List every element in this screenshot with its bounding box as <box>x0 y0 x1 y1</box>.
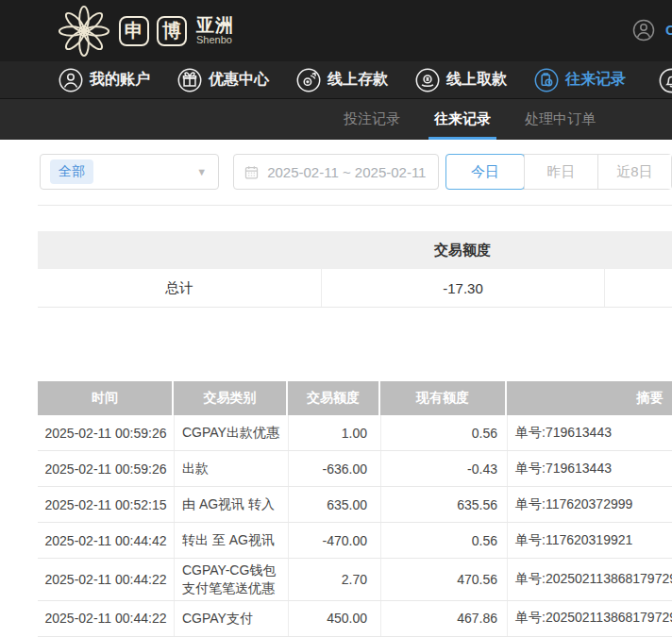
table-row: 2025-02-11 00:44:22 CGPAY-CG钱包支付笔笔送优惠 2.… <box>38 559 672 601</box>
cell-time: 2025-02-11 00:59:26 <box>38 451 174 486</box>
table-row: 2025-02-11 00:52:15 由 AG视讯 转入 635.00 635… <box>38 487 672 523</box>
yesterday-button[interactable]: 昨日 <box>524 155 597 189</box>
table-row: 2025-02-11 00:59:26 CGPAY出款优惠 1.00 0.56 … <box>38 415 672 451</box>
tab-transaction-records[interactable]: 往来记录 <box>434 99 491 140</box>
cell-type: CGPAY支付 <box>174 601 288 636</box>
nav-item-deposit[interactable]: 线上存款 <box>296 68 388 92</box>
col-header-time: 时间 <box>38 381 174 415</box>
date-range-value: 2025-02-11 ~ 2025-02-11 <box>267 164 426 180</box>
top-header: 申 博 亚洲 Shenbo C <box>0 0 672 61</box>
notification-bell-icon[interactable] <box>659 68 672 93</box>
summary-header-row: 交易额度 <box>38 231 672 269</box>
col-header-memo: 摘要 <box>507 381 672 415</box>
cell-balance: 467.86 <box>380 601 507 636</box>
cell-memo: 单号:202502113868179729 <box>507 559 672 600</box>
date-range-input[interactable]: 2025-02-11 ~ 2025-02-11 <box>233 154 439 190</box>
cell-time: 2025-02-11 00:44:22 <box>38 559 174 600</box>
chevron-down-icon: ▼ <box>196 166 207 177</box>
table-row: 2025-02-11 00:59:26 出款 -636.00 -0.43 单号:… <box>38 451 672 487</box>
cell-balance: 635.56 <box>380 487 507 522</box>
gift-icon <box>177 68 202 92</box>
brand-region: 亚洲 <box>196 16 234 35</box>
cell-time: 2025-02-11 00:44:42 <box>38 523 174 558</box>
nav-item-my-account[interactable]: 我的账户 <box>59 68 150 92</box>
today-button[interactable]: 今日 <box>445 154 525 190</box>
col-header-amount: 交易额度 <box>288 381 380 415</box>
cell-balance: 470.56 <box>380 559 507 600</box>
divider <box>38 205 672 206</box>
cell-time: 2025-02-11 00:59:26 <box>38 415 174 450</box>
nav-label: 线上取款 <box>446 70 507 90</box>
table-row: 2025-02-11 00:44:42 转出 至 AG视讯 -470.00 0.… <box>38 523 672 559</box>
summary-total-row: 总计 -17.30 <box>38 269 672 308</box>
cell-type: 由 AG视讯 转入 <box>174 487 288 522</box>
cell-type: CGPAY出款优惠 <box>174 415 288 450</box>
quick-date-buttons: 今日 昨日 近8日 <box>445 154 672 190</box>
cell-type: CGPAY-CG钱包支付笔笔送优惠 <box>174 559 288 600</box>
cell-memo: 单号:117620319921 <box>507 523 672 558</box>
type-select[interactable]: 全部 ▼ <box>40 154 219 190</box>
nav-label: 往来记录 <box>565 70 626 90</box>
user-icon <box>59 68 83 92</box>
cell-amount: -636.00 <box>288 451 380 486</box>
cell-amount: -470.00 <box>288 523 380 558</box>
username-partial-text[interactable]: C <box>665 22 672 38</box>
brand-char-2: 博 <box>157 16 187 46</box>
cell-amount: 635.00 <box>288 487 380 522</box>
summary-header-empty-2 <box>604 231 672 269</box>
cell-time: 2025-02-11 00:44:22 <box>38 601 174 636</box>
flower-logo-icon <box>57 4 111 59</box>
nav-label: 线上存款 <box>328 70 388 90</box>
cell-balance: 0.56 <box>380 415 507 450</box>
last-8-days-button[interactable]: 近8日 <box>597 155 671 189</box>
summary-header-empty <box>38 231 321 269</box>
cell-amount: 2.70 <box>288 559 380 600</box>
table-header-row: 时间 交易类别 交易额度 现有额度 摘要 <box>38 381 672 415</box>
nav-item-promotions[interactable]: 优惠中心 <box>177 68 269 92</box>
page: 申 博 亚洲 Shenbo C 我的账户 <box>0 0 672 637</box>
record-tabs: 投注记录 往来记录 处理中订单 <box>0 99 672 140</box>
cell-memo: 单号:719613443 <box>507 451 672 486</box>
main-nav: 我的账户 优惠中心 线上存款 线上取款 <box>0 61 672 99</box>
summary-total-value: -17.30 <box>321 269 604 307</box>
brand-name-en: Shenbo <box>196 35 234 46</box>
nav-label: 优惠中心 <box>209 70 269 90</box>
tab-betting-records[interactable]: 投注记录 <box>344 99 400 140</box>
transactions-table: 时间 交易类别 交易额度 现有额度 摘要 2025-02-11 00:59:26… <box>38 381 672 637</box>
cell-balance: -0.43 <box>380 451 507 486</box>
col-header-balance: 现有额度 <box>380 381 507 415</box>
tab-pending-orders[interactable]: 处理中订单 <box>525 99 596 140</box>
type-select-value: 全部 <box>50 159 93 184</box>
cell-amount: 1.00 <box>288 415 380 450</box>
col-header-type: 交易类别 <box>174 381 288 415</box>
summary-total-empty <box>604 269 672 307</box>
nav-item-transactions[interactable]: 往来记录 <box>534 68 626 92</box>
summary-table: 交易额度 总计 -17.30 <box>38 231 672 308</box>
cell-memo: 单号:202502113868179729 <box>507 601 672 636</box>
brand-logo[interactable]: 申 博 亚洲 Shenbo <box>57 4 234 59</box>
deposit-hand-icon <box>296 68 321 92</box>
account-button[interactable] <box>632 19 655 42</box>
brand-char-1: 申 <box>119 16 149 46</box>
cell-type: 出款 <box>174 451 288 486</box>
calendar-icon <box>244 164 260 180</box>
withdraw-hand-icon <box>415 68 440 92</box>
table-row: 2025-02-11 00:44:22 CGPAY支付 450.00 467.8… <box>38 601 672 637</box>
cell-type: 转出 至 AG视讯 <box>174 523 288 558</box>
summary-header-amount: 交易额度 <box>321 231 604 269</box>
records-clipboard-icon <box>534 68 559 92</box>
nav-item-withdraw[interactable]: 线上取款 <box>415 68 507 92</box>
summary-total-label: 总计 <box>38 269 321 307</box>
cell-time: 2025-02-11 00:52:15 <box>38 487 174 522</box>
cell-memo: 单号:719613443 <box>507 415 672 450</box>
cell-balance: 0.56 <box>380 523 507 558</box>
filter-bar: 全部 ▼ 2025-02-11 ~ 2025-02-11 今日 昨日 近8日 <box>40 154 672 190</box>
nav-label: 我的账户 <box>90 70 150 90</box>
cell-amount: 450.00 <box>288 601 380 636</box>
cell-memo: 单号:117620372999 <box>507 487 672 522</box>
user-avatar-icon <box>632 19 655 42</box>
